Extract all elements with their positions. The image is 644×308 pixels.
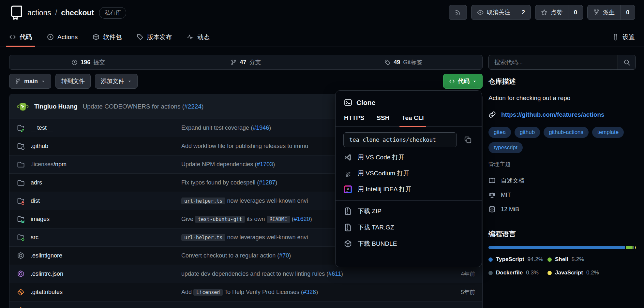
stat-value: 49 bbox=[394, 59, 400, 66]
language-percent: 0.2% bbox=[586, 270, 599, 276]
file-name[interactable]: .gitattributes bbox=[31, 289, 181, 296]
manage-topics-link[interactable]: 管理主题 bbox=[488, 160, 511, 168]
rss-button[interactable] bbox=[449, 5, 467, 20]
description-title: 仓库描述 bbox=[488, 77, 636, 86]
file-row[interactable]: .eslintrc.jsonupdate dev dependencies an… bbox=[9, 265, 482, 283]
code-clone-button[interactable]: 代码 bbox=[443, 74, 483, 89]
avatar[interactable] bbox=[17, 100, 29, 113]
breadcrumb: actions / checkout 私有库 bbox=[27, 7, 126, 19]
message-text: Convert checkout to a regular action ( bbox=[181, 252, 279, 259]
open-in-editor-item[interactable]: 用 VSCodium 打开 bbox=[336, 165, 482, 181]
meta-item[interactable]: 12 MiB bbox=[488, 202, 636, 216]
branch-icon bbox=[15, 78, 21, 84]
issue-link[interactable]: #326 bbox=[303, 289, 316, 295]
tab-activity[interactable]: 动态 bbox=[187, 27, 210, 47]
meta-item[interactable]: 自述文档 bbox=[488, 173, 636, 188]
message-text: ) bbox=[316, 289, 318, 295]
commit-author[interactable]: Tingluo Huang bbox=[34, 103, 78, 110]
file-name[interactable]: .licenses/npm bbox=[31, 161, 181, 168]
issue-link[interactable]: #1620 bbox=[294, 216, 310, 222]
add-file-button[interactable]: 添加文件 bbox=[95, 74, 138, 89]
goto-file-button[interactable]: 转到文件 bbox=[55, 74, 91, 89]
site-logo-icon[interactable] bbox=[9, 5, 24, 20]
issue-link[interactable]: #2224 bbox=[184, 103, 202, 110]
file-name[interactable]: __test__ bbox=[31, 125, 181, 131]
open-in-editor-item[interactable]: IJ用 Intellij IDEA 打开 bbox=[336, 181, 482, 197]
issue-link[interactable]: #1946 bbox=[253, 125, 269, 131]
open-item-label: 用 VS Code 打开 bbox=[358, 153, 405, 162]
fork-button[interactable]: 派生0 bbox=[587, 5, 635, 20]
file-name[interactable]: adrs bbox=[31, 179, 181, 186]
clone-command-input[interactable]: tea clone actions/checkout bbox=[343, 132, 457, 147]
search-button[interactable] bbox=[618, 55, 636, 69]
search-input[interactable] bbox=[489, 55, 618, 69]
tab-settings[interactable]: 设置 bbox=[612, 27, 635, 47]
topic-pill[interactable]: template bbox=[592, 127, 624, 138]
branch-selector[interactable]: main bbox=[9, 74, 51, 89]
download-item[interactable]: 下载 ZIP bbox=[336, 203, 482, 219]
file-name[interactable]: dist bbox=[31, 198, 181, 204]
language-segment-Dockerfile bbox=[633, 246, 634, 249]
tab-packages[interactable]: 软件包 bbox=[93, 27, 122, 47]
stat-Git标签[interactable]: 49Git标签 bbox=[325, 55, 482, 69]
file-name[interactable]: images bbox=[31, 216, 181, 223]
clone-tab-https[interactable]: HTTPS bbox=[344, 114, 364, 126]
repo-owner-link[interactable]: actions bbox=[27, 8, 51, 17]
language-legend-item[interactable]: Shell5.2% bbox=[547, 256, 636, 263]
repo-name-link[interactable]: checkout bbox=[61, 8, 94, 17]
star-button-label: 点赞 bbox=[535, 5, 568, 20]
tab-releases[interactable]: 版本发布 bbox=[137, 27, 172, 47]
tab-actions[interactable]: Actions bbox=[47, 27, 78, 47]
star-button[interactable]: 点赞0 bbox=[535, 5, 583, 20]
topic-pill[interactable]: typescript bbox=[488, 142, 523, 153]
file-name[interactable]: .github bbox=[31, 143, 181, 150]
fork-button-label: 派生 bbox=[588, 5, 620, 20]
code-chip: url-helper.ts bbox=[181, 234, 225, 241]
file-name[interactable]: src bbox=[31, 234, 181, 241]
fork-count[interactable]: 0 bbox=[620, 5, 635, 20]
file-row[interactable] bbox=[9, 301, 482, 308]
file-commit-date: 5年前 bbox=[439, 288, 475, 296]
copy-button[interactable] bbox=[462, 134, 474, 146]
folder-icon bbox=[17, 179, 25, 187]
website-link[interactable]: https://github.com/features/actions bbox=[501, 111, 605, 118]
file-commit-message: Add Licensed To Help Verify Prod License… bbox=[181, 289, 439, 296]
issue-link[interactable]: #70 bbox=[279, 252, 289, 259]
clone-command-row: tea clone actions/checkout bbox=[336, 127, 482, 149]
unwatch-label: 取消关注 bbox=[487, 8, 510, 16]
topic-pill[interactable]: github bbox=[515, 127, 540, 138]
tab-code[interactable]: 代码 bbox=[9, 27, 32, 47]
topic-pill[interactable]: gitea bbox=[488, 127, 511, 138]
language-bar[interactable] bbox=[488, 246, 636, 249]
website-row: https://github.com/features/actions bbox=[488, 111, 636, 118]
topic-pill[interactable]: github-actions bbox=[544, 127, 589, 138]
unwatch-button[interactable]: 取消关注2 bbox=[471, 5, 531, 20]
code-button-label: 代码 bbox=[458, 77, 470, 85]
chevron-down-icon bbox=[127, 79, 132, 83]
clone-tab-label: Tea CLI bbox=[402, 114, 424, 121]
stat-提交[interactable]: 196提交 bbox=[9, 55, 167, 69]
clone-tab-ssh[interactable]: SSH bbox=[377, 114, 389, 126]
download-item[interactable]: 下载 TAR.GZ bbox=[336, 219, 482, 236]
unwatch-count[interactable]: 2 bbox=[516, 5, 531, 20]
message-text: Give bbox=[181, 216, 195, 222]
download-item[interactable]: 下载 BUNDLE bbox=[336, 236, 482, 252]
code-chip: test-ubuntu-git bbox=[195, 216, 245, 223]
open-in-editor-item[interactable]: 用 VS Code 打开 bbox=[336, 149, 482, 165]
language-legend-item[interactable]: JavaScript0.2% bbox=[547, 270, 636, 276]
star-count[interactable]: 0 bbox=[568, 5, 583, 20]
meta-item[interactable]: MIT bbox=[488, 188, 636, 202]
file-row[interactable]: .gitattributesAdd Licensed To Help Verif… bbox=[9, 283, 482, 301]
stat-分支[interactable]: 47分支 bbox=[167, 55, 324, 69]
file-name[interactable]: .eslintrc.json bbox=[31, 271, 181, 277]
language-segment-Shell bbox=[626, 246, 633, 249]
file-name-text: .eslintrc.json bbox=[31, 271, 63, 277]
issue-link[interactable]: #1703 bbox=[257, 161, 273, 168]
language-legend-item[interactable]: TypeScript94.2% bbox=[488, 256, 547, 263]
issue-link[interactable]: #611 bbox=[328, 271, 341, 277]
language-legend-item[interactable]: Dockerfile0.3% bbox=[488, 270, 547, 276]
file-name[interactable]: .eslintignore bbox=[31, 252, 181, 259]
clone-tab-tea-cli[interactable]: Tea CLI bbox=[402, 114, 424, 126]
issue-link[interactable]: #1287 bbox=[259, 179, 275, 186]
message-text: ) bbox=[273, 161, 275, 168]
